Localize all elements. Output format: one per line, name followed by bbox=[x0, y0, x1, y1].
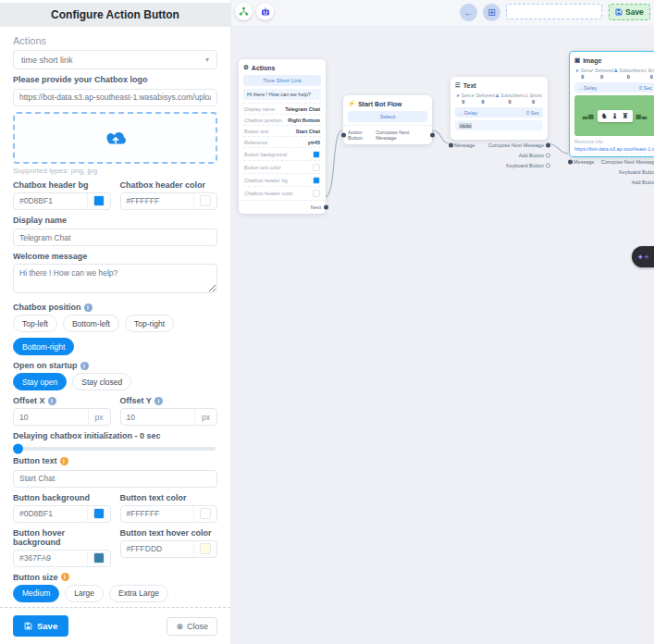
delay-label: ... Delay bbox=[459, 110, 477, 116]
input-port-dot[interactable] bbox=[568, 159, 573, 164]
node-text[interactable]: ☰Text ➤Sent0 ✔Delivered0 ♟Subscribers0 ⚠… bbox=[450, 77, 548, 140]
gear-icon: ⚙ bbox=[243, 64, 249, 71]
flow-canvas[interactable]: ← ⊞ Save ⚙Actions Time Short Link Hi the… bbox=[231, 0, 654, 644]
node-actions[interactable]: ⚙Actions Time Short Link Hi there ! How … bbox=[239, 59, 326, 214]
bolt-icon: ⚡ bbox=[348, 100, 355, 107]
undo-button[interactable]: ← bbox=[460, 4, 477, 21]
close-button[interactable]: ⊗ Close bbox=[167, 617, 217, 636]
output-port-dot[interactable] bbox=[546, 142, 550, 147]
preview-bars: ▃▅ bbox=[583, 112, 595, 119]
offset-x-unit: px bbox=[88, 409, 110, 425]
button-text-color-field[interactable]: #FFFFFF bbox=[120, 505, 218, 523]
resource-link[interactable]: https://bot-data.s3.ap-southeast-1.wasab… bbox=[574, 146, 654, 152]
ai-assistant-button[interactable]: ✦+ bbox=[632, 246, 654, 267]
button-text-input[interactable] bbox=[13, 470, 217, 488]
grid-icon: ⊞ bbox=[487, 7, 495, 18]
output-port-label: Compose Next Message bbox=[488, 142, 544, 148]
offset-y-field[interactable]: 10 px bbox=[120, 408, 218, 426]
chatbox-header-color-value: #FFFFFF bbox=[121, 193, 195, 209]
size-option-large[interactable]: Large bbox=[65, 585, 104, 602]
color-swatch[interactable] bbox=[88, 551, 110, 566]
position-option-bottom-right[interactable]: Bottom-right bbox=[13, 338, 74, 355]
size-option-medium[interactable]: Medium bbox=[13, 585, 59, 602]
info-icon: i bbox=[154, 397, 163, 405]
input-port-dot[interactable] bbox=[341, 133, 346, 138]
color-swatch[interactable] bbox=[194, 506, 216, 522]
output-port-label: Keyboard Button bbox=[506, 163, 544, 168]
chatbox-header-color-field[interactable]: #FFFFFF bbox=[120, 192, 218, 210]
stats-row: ➤Sent0 ✔Delivered0 ♟Subscribers0 ⚠Errors… bbox=[455, 93, 543, 105]
color-swatch[interactable] bbox=[88, 506, 110, 522]
text-content[interactable]: ututu bbox=[455, 120, 543, 130]
subscribers-icon: ♟ bbox=[614, 68, 618, 73]
image-node-ports: Message Compose Next Message Keyboard Bu… bbox=[570, 156, 654, 187]
node-start-bot-flow[interactable]: ⚡Start Bot Flow Select Action Button Com… bbox=[343, 95, 432, 144]
logo-dropzone[interactable] bbox=[13, 112, 217, 164]
resource-info-label: Resource Info bbox=[574, 139, 654, 144]
startup-option-stay-open[interactable]: Stay open bbox=[13, 373, 67, 390]
save-button[interactable]: Save bbox=[13, 615, 68, 637]
bot-button[interactable] bbox=[256, 3, 274, 20]
button-hover-background-value: #367FA9 bbox=[14, 551, 88, 566]
welcome-message-textarea[interactable]: Hi there ! How can we help? bbox=[13, 264, 217, 293]
color-swatch bbox=[313, 164, 320, 171]
select-button[interactable]: Select bbox=[348, 111, 427, 122]
chevron-down-icon: ▾ bbox=[205, 56, 209, 64]
position-option-top-right[interactable]: Top-right bbox=[125, 315, 174, 332]
position-option-top-left[interactable]: Top-left bbox=[13, 315, 57, 332]
delivered-icon: ✔ bbox=[471, 93, 475, 98]
toolbar-save-button[interactable]: Save bbox=[609, 4, 650, 20]
text-node-ports: Message Compose Next Message Add Button … bbox=[450, 140, 548, 170]
output-port-dot[interactable] bbox=[546, 153, 550, 157]
delay-row[interactable]: ... Delay 0 Sec bbox=[455, 107, 543, 118]
input-port-dot[interactable] bbox=[449, 142, 453, 147]
delivered-icon: ✔ bbox=[590, 68, 594, 73]
errors-icon: ⚠ bbox=[524, 93, 528, 98]
button-hover-background-field[interactable]: #367FA9 bbox=[13, 550, 111, 567]
output-port-label: Add Button bbox=[632, 180, 654, 185]
port-row: Message Compose Next Message bbox=[450, 140, 548, 150]
position-option-bottom-left[interactable]: Bottom-left bbox=[63, 315, 119, 332]
delay-row[interactable]: ... Delay 0 Sec bbox=[574, 82, 654, 93]
integrations-button[interactable] bbox=[235, 3, 253, 20]
node-title: Start Bot Flow bbox=[358, 101, 401, 107]
button-text-hover-color-field[interactable]: #FFFDDD bbox=[120, 540, 218, 558]
logo-label: Please provide your Chatbox logo bbox=[13, 75, 217, 84]
flow-name-input[interactable] bbox=[506, 4, 602, 19]
node-title: Text bbox=[463, 82, 476, 89]
grid-layout-button[interactable]: ⊞ bbox=[483, 4, 500, 21]
delay-label: ... Delay bbox=[578, 85, 597, 91]
info-icon: i bbox=[48, 397, 56, 405]
display-name-input[interactable] bbox=[13, 229, 217, 246]
size-option-extra-large[interactable]: Extra Large bbox=[109, 585, 168, 602]
actions-select[interactable]: time short link ▾ bbox=[13, 50, 217, 69]
offset-x-field[interactable]: 10 px bbox=[13, 408, 111, 426]
color-swatch[interactable] bbox=[88, 193, 110, 209]
delay-slider[interactable] bbox=[15, 447, 216, 451]
stats-row: ➤Sent0 ✔Delivered0 ♟Subscribers0 ⚠Errors… bbox=[574, 68, 654, 80]
sent-icon: ➤ bbox=[575, 68, 579, 73]
save-icon bbox=[615, 8, 623, 16]
output-port-label: Keyboard Button bbox=[619, 169, 654, 175]
color-swatch[interactable] bbox=[194, 193, 216, 209]
actions-select-value: time short link bbox=[21, 56, 73, 65]
info-icon: i bbox=[80, 362, 89, 370]
chatbox-header-bg-value: #0D8BF1 bbox=[14, 193, 88, 209]
output-port-dot[interactable] bbox=[546, 163, 550, 167]
startup-option-stay-closed[interactable]: Stay closed bbox=[72, 373, 131, 390]
slider-thumb[interactable] bbox=[13, 444, 23, 454]
image-preview[interactable]: ▃▅ ♞ ♝ ♜ ▅▃ bbox=[574, 95, 654, 136]
logo-url-input[interactable] bbox=[13, 89, 217, 106]
output-port-dot[interactable] bbox=[430, 133, 435, 138]
display-name-label: Display name bbox=[13, 216, 217, 225]
chatbox-header-color-label: Chatbox header color bbox=[120, 180, 218, 190]
open-on-startup-pills: Stay open Stay closed bbox=[13, 373, 217, 390]
node-image[interactable]: ▣Image ➤Sent0 ✔Delivered0 ♟Subscribers0 … bbox=[569, 51, 654, 157]
chatbox-header-bg-field[interactable]: #0D8BF1 bbox=[13, 192, 111, 210]
button-background-field[interactable]: #0D8BF1 bbox=[13, 505, 111, 523]
next-port[interactable]: Next bbox=[239, 200, 326, 214]
color-swatch[interactable] bbox=[194, 541, 216, 557]
chatbox-header-bg-swatch bbox=[93, 195, 105, 206]
delay-value: 0 Sec bbox=[526, 110, 539, 116]
output-port-dot[interactable] bbox=[324, 205, 328, 210]
